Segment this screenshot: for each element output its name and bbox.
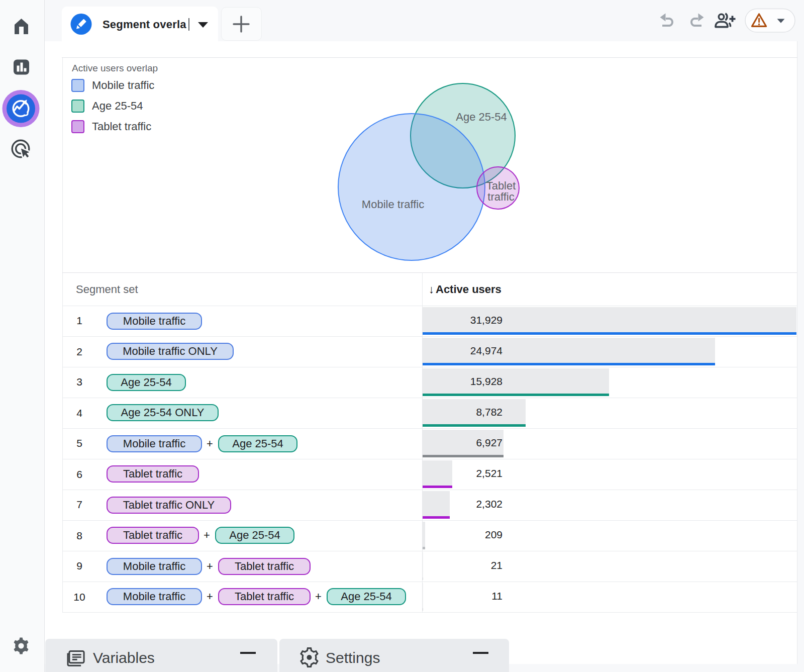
svg-text:Age 25-54: Age 25-54 (456, 111, 507, 123)
svg-text:traffic: traffic (487, 190, 514, 203)
svg-text:Mobile traffic: Mobile traffic (362, 198, 424, 211)
